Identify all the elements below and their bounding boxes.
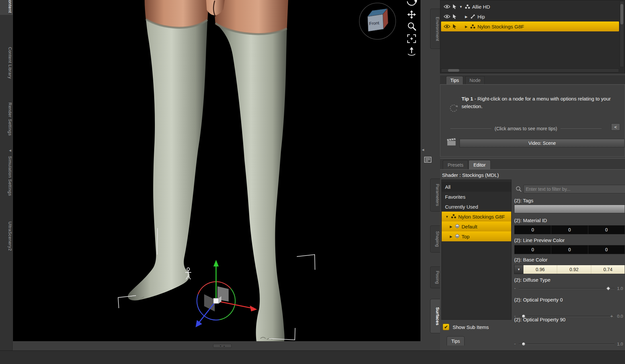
tab-presets[interactable]: Presets (443, 160, 468, 169)
viewport-render[interactable]: Front (13, 0, 421, 341)
slider-plus-icon[interactable]: + (610, 313, 613, 319)
show-sub-items-checkbox[interactable]: ✔ (443, 324, 449, 330)
rotate-view-icon[interactable] (407, 0, 417, 5)
right-panel: ▼ Allie HD ▶ Hip (440, 0, 625, 364)
scene-node-label[interactable]: Allie HD (472, 4, 490, 10)
viewport[interactable]: Front (13, 0, 421, 341)
tab-node[interactable]: Node (465, 76, 485, 84)
scrollbar-thumb[interactable] (620, 4, 623, 24)
slider-minus-icon[interactable]: - (514, 286, 516, 291)
tree-item-nylon-stockings[interactable]: ▼ Nylon Stockings G8F (442, 212, 511, 222)
slider-groove[interactable] (519, 288, 614, 289)
pan-view-icon[interactable] (407, 10, 416, 19)
tree-item-top[interactable]: ▶ Top (442, 231, 511, 241)
pane-splitter-handle[interactable]: ▼ ▲ (213, 344, 232, 348)
value-cell[interactable]: 0 (551, 245, 588, 254)
optical-property-90-slider[interactable]: - 1.0 (514, 340, 625, 348)
expand-icon[interactable]: ▶ (464, 15, 468, 19)
scene-node-allie-hd[interactable]: ▼ Allie HD (441, 2, 619, 12)
value-cell[interactable]: 0.96 (523, 265, 557, 274)
list-item-currently-used[interactable]: Currently Used (442, 202, 511, 212)
scene-node-hip[interactable]: ▶ Hip (441, 12, 619, 21)
right-dock-tabstrip: ◀ Environment Parameters Shaping Posing … (421, 0, 440, 364)
value-cell[interactable]: 0 (514, 245, 551, 254)
value-cell[interactable]: 0.92 (557, 265, 591, 274)
slider-handle[interactable] (606, 286, 610, 291)
tip-body: - Right-click on a node for a menu with … (462, 96, 611, 109)
bone-node-icon (470, 14, 475, 19)
scene-node-label[interactable]: Nylon Stockings G8F (477, 24, 524, 29)
tab-environment[interactable]: Environment (430, 9, 440, 49)
filter-input[interactable] (523, 185, 625, 193)
surface-sphere-icon (455, 234, 460, 239)
tab-parameters[interactable]: Parameters (430, 179, 440, 212)
slider-minus-icon[interactable]: - (514, 341, 516, 346)
visibility-eye-icon[interactable] (444, 15, 450, 19)
property-label-optical-property-90: (2): Optical Property 90 (514, 317, 565, 322)
property-label-diffuse-type: (2): Diffuse Type (514, 277, 551, 283)
checkmark-icon: ✔ (444, 324, 448, 330)
slider-handle[interactable] (522, 342, 525, 346)
dock-tab-simulation-settings[interactable]: Simulation Settings (0, 154, 13, 198)
scene-vertical-scrollbar[interactable] (620, 1, 624, 67)
expand-icon[interactable]: ▶ (449, 235, 453, 238)
left-dock-tabstrip: Content Content Library Render Settings … (0, 0, 13, 364)
collapse-icon[interactable]: ▼ (445, 215, 449, 219)
selectable-pointer-icon[interactable] (452, 24, 457, 29)
bottom-tab-tips[interactable]: Tips (447, 336, 465, 345)
surfaces-editor-pane: Presets Editor Shader : Stockings (MDL) … (440, 158, 625, 364)
property-label-line-preview-color: (2): Line Preview Color (514, 237, 565, 243)
dock-tab-ultrascenery2[interactable]: UltraScenery2 (0, 220, 13, 253)
editor-tab-bar: Presets Editor (440, 159, 625, 170)
list-item-label: Favorites (445, 194, 466, 200)
frame-view-icon[interactable] (408, 35, 416, 43)
tab-editor[interactable]: Editor (469, 160, 491, 169)
dock-tab-content[interactable]: Content (0, 0, 13, 15)
expand-icon[interactable]: ▶ (464, 25, 468, 28)
scene-horizontal-scrollbar[interactable] (441, 68, 619, 72)
visibility-eye-icon[interactable] (444, 24, 450, 28)
divider-line (560, 129, 602, 129)
divider-line (450, 129, 491, 129)
expand-icon[interactable]: ▶ (449, 225, 453, 228)
zoom-view-icon[interactable] (408, 23, 416, 30)
dock-tab-render-settings[interactable]: Render Settings (0, 101, 13, 138)
tree-item-default[interactable]: ▶ Default (442, 222, 511, 231)
tags-field[interactable] (514, 205, 625, 213)
tips-tab-bar: Tips Node (440, 75, 625, 85)
video-scene-button[interactable]: Video: Scene (460, 139, 625, 147)
selectable-pointer-icon[interactable] (452, 14, 457, 19)
previous-tip-button[interactable]: < (611, 123, 620, 131)
diffuse-type-slider[interactable]: - 1.0 (514, 285, 625, 293)
figure-node-icon (451, 214, 456, 220)
view-cube[interactable]: Front (359, 3, 396, 39)
selectable-pointer-icon[interactable] (452, 4, 457, 9)
visibility-eye-icon[interactable] (444, 5, 450, 9)
tab-surfaces[interactable]: Surfaces (430, 299, 440, 333)
view-cube-front-label[interactable]: Front (369, 20, 379, 26)
tab-shaping[interactable]: Shaping (430, 225, 440, 253)
dock-tab-content-library[interactable]: Content Library (0, 45, 13, 81)
pane-options-icon[interactable] (424, 157, 431, 163)
slider-groove[interactable] (519, 344, 614, 344)
panel-collapse-icon[interactable]: ◀ (422, 148, 424, 151)
collapse-icon[interactable]: ▼ (459, 5, 463, 9)
tip-title: Tip 1 (462, 96, 473, 101)
dock-collapse-icon[interactable]: ◀ (9, 149, 11, 152)
value-cell[interactable]: 0 (514, 225, 551, 234)
aim-view-icon[interactable] (408, 47, 415, 55)
scrollbar-thumb[interactable] (448, 69, 459, 72)
value-cell[interactable]: 0 (551, 225, 588, 234)
value-cell[interactable]: 0 (588, 225, 625, 234)
transform-gizmo[interactable] (196, 260, 257, 327)
tab-posing[interactable]: Posing (430, 266, 440, 288)
tab-tips[interactable]: Tips (446, 76, 463, 84)
base-color-dropdown-button[interactable]: ▼ (514, 265, 523, 274)
value-cell[interactable]: 0 (588, 245, 625, 254)
list-item-favorites[interactable]: Favorites (442, 192, 511, 202)
figure-node-icon (465, 4, 470, 9)
value-cell[interactable]: 0.74 (591, 265, 625, 274)
scene-node-nylon-stockings[interactable]: ▶ Nylon Stockings G8F (441, 21, 619, 31)
list-item-all[interactable]: All (442, 182, 511, 192)
scene-node-label[interactable]: Hip (477, 14, 485, 20)
